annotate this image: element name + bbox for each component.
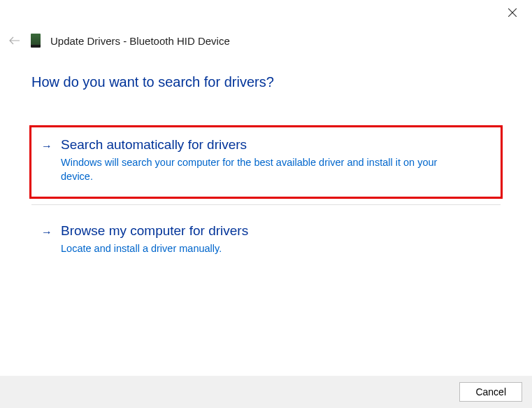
dialog-footer: Cancel [0, 376, 532, 408]
divider [31, 204, 501, 205]
dialog-title: Update Drivers - Bluetooth HID Device [50, 35, 230, 47]
option-text-container: Search automatically for drivers Windows… [61, 137, 491, 184]
question-heading: How do you want to search for drivers? [31, 74, 501, 90]
option-search-automatically[interactable]: → Search automatically for drivers Windo… [29, 125, 503, 199]
option-browse-computer[interactable]: → Browse my computer for drivers Locate … [31, 213, 501, 268]
cancel-button[interactable]: Cancel [459, 382, 522, 402]
device-icon [31, 34, 41, 48]
option-title: Search automatically for drivers [61, 137, 491, 153]
back-arrow-icon [9, 36, 20, 45]
option-description: Windows will search your computer for th… [61, 155, 452, 184]
back-button[interactable] [8, 34, 21, 47]
option-title: Browse my computer for drivers [61, 223, 491, 239]
close-button[interactable] [505, 6, 519, 20]
dialog-header: Update Drivers - Bluetooth HID Device [0, 0, 532, 48]
arrow-right-icon: → [41, 140, 52, 153]
option-description: Locate and install a driver manually. [61, 241, 452, 255]
arrow-right-icon: → [41, 226, 52, 239]
dialog-content: How do you want to search for drivers? →… [0, 48, 532, 268]
close-icon [508, 8, 517, 17]
option-text-container: Browse my computer for drivers Locate an… [61, 223, 491, 255]
